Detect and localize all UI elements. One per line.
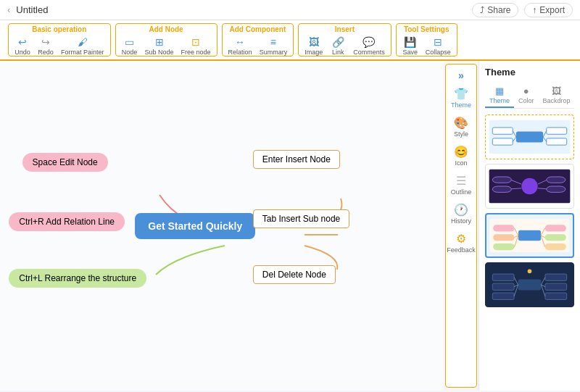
theme-panel-title: Theme: [485, 67, 574, 78]
theme-preview-3[interactable]: [485, 213, 574, 258]
tab-color[interactable]: ● Color: [514, 83, 539, 108]
svg-rect-24: [545, 243, 566, 250]
tab-backdrop[interactable]: 🖼 Backdrop: [539, 83, 575, 108]
style-icon: 🎨: [454, 116, 468, 130]
save-icon: 💾: [404, 36, 416, 48]
toolbar-group-basic: Basic operation ↩ Undo ↪ Redo 🖌 Format P…: [8, 23, 111, 57]
share-button[interactable]: ⤴ Share: [472, 3, 518, 17]
svg-rect-13: [547, 186, 566, 192]
theme-preview-2-svg: [486, 164, 573, 208]
undo-button[interactable]: ↩ Undo: [12, 36, 33, 57]
tab-backdrop-icon: 🖼: [552, 86, 561, 96]
svg-rect-41: [492, 293, 514, 299]
left-node-3[interactable]: Ctrl+L Rearrange the structure: [9, 269, 146, 288]
relation-icon: ↔: [235, 36, 245, 48]
theme-preview-2[interactable]: [485, 164, 574, 209]
svg-rect-12: [547, 177, 566, 183]
svg-rect-1: [516, 132, 543, 143]
export-button[interactable]: ↑ Export: [524, 3, 573, 17]
undo-icon: ↩: [18, 36, 27, 48]
right-node-2[interactable]: Tab Insert Sub node: [253, 209, 349, 228]
left-node-1[interactable]: Space Edit Node: [22, 153, 108, 172]
node-button[interactable]: ▭ Node: [119, 36, 141, 57]
format-painter-button[interactable]: 🖌 Format Painter: [58, 36, 107, 57]
theme-icon: 👕: [454, 87, 468, 101]
link-button[interactable]: 🔗 Link: [327, 36, 349, 57]
free-node-icon: ⊡: [191, 36, 200, 48]
svg-rect-26: [493, 234, 514, 241]
redo-button[interactable]: ↪ Redo: [35, 36, 57, 57]
add-component-label: Add Component: [225, 25, 291, 34]
page-title: Untitled: [16, 4, 472, 15]
node-icon: ▭: [125, 36, 134, 48]
mindmap: Get Started Quickly Space Edit Node Ctrl…: [0, 61, 444, 391]
basic-operation-items: ↩ Undo ↪ Redo 🖌 Format Painter: [12, 36, 107, 57]
tool-settings-items: 💾 Save ⊟ Collapse: [399, 36, 454, 57]
redo-icon: ↪: [41, 36, 50, 48]
summary-button[interactable]: ≡ Summary: [257, 36, 291, 57]
format-painter-icon: 🖌: [78, 36, 88, 48]
theme-preview-3-svg: [486, 214, 573, 257]
tab-theme[interactable]: ▦ Theme: [485, 83, 514, 108]
tab-color-icon: ●: [523, 86, 529, 96]
image-icon: 🖼: [309, 36, 319, 48]
feedback-icon: ⚙: [456, 232, 466, 246]
back-button[interactable]: ‹: [7, 4, 10, 15]
icon-bar-icon[interactable]: 😊 Icon: [446, 141, 476, 170]
toolbar: Basic operation ↩ Undo ↪ Redo 🖌 Format P…: [0, 20, 580, 61]
add-node-label: Add Node: [119, 25, 214, 34]
tool-settings-label: Tool Settings: [399, 25, 454, 34]
center-node[interactable]: Get Started Quickly: [135, 213, 255, 239]
icon-icon: 😊: [454, 145, 468, 159]
svg-rect-5: [492, 138, 513, 145]
svg-rect-37: [545, 283, 567, 290]
theme-preview-4-svg: [486, 263, 573, 306]
collapse-icon: ⊟: [434, 36, 442, 48]
svg-rect-25: [493, 225, 514, 231]
svg-rect-38: [545, 293, 567, 299]
link-icon: 🔗: [332, 36, 344, 48]
header-actions: ⤴ Share ↑ Export: [472, 3, 573, 17]
collapse-button[interactable]: ⊟ Collapse: [423, 36, 454, 57]
sub-node-icon: ⊞: [155, 36, 164, 48]
save-button[interactable]: 💾 Save: [399, 36, 421, 57]
comments-icon: 💬: [362, 36, 375, 48]
comments-button[interactable]: 💬 Comments: [350, 36, 388, 57]
tab-theme-icon: ▦: [495, 86, 504, 96]
svg-rect-14: [492, 177, 511, 183]
svg-rect-35: [518, 280, 542, 291]
svg-point-11: [521, 178, 537, 194]
history-icon: 🕐: [454, 203, 468, 217]
icon-bar-history[interactable]: 🕐 History: [446, 199, 476, 228]
theme-preview-1[interactable]: [485, 114, 574, 159]
svg-rect-4: [492, 128, 513, 134]
right-node-1[interactable]: Enter Insert Node: [253, 150, 340, 169]
right-node-3[interactable]: Del Delete Node: [253, 265, 336, 284]
icon-bar-expand-button[interactable]: »: [458, 67, 464, 83]
svg-rect-36: [545, 274, 567, 280]
add-node-items: ▭ Node ⊞ Sub Node ⊡ Free node: [119, 36, 214, 57]
theme-previews: [485, 114, 574, 307]
theme-preview-4[interactable]: [485, 262, 574, 307]
image-button[interactable]: 🖼 Image: [302, 36, 326, 57]
svg-rect-39: [492, 274, 514, 280]
outline-icon: ☰: [456, 174, 466, 188]
icon-bar-style[interactable]: 🎨 Style: [446, 112, 476, 141]
canvas[interactable]: Get Started Quickly Space Edit Node Ctrl…: [0, 61, 444, 391]
relation-button[interactable]: ↔ Relation: [225, 36, 255, 57]
svg-rect-15: [492, 186, 511, 192]
toolbar-group-insert: Insert 🖼 Image 🔗 Link 💬 Comments: [298, 23, 392, 57]
sub-node-button[interactable]: ⊞ Sub Node: [142, 36, 177, 57]
svg-rect-3: [547, 138, 567, 145]
icon-bar-feedback[interactable]: ⚙ Feedback: [446, 228, 476, 257]
free-node-button[interactable]: ⊡ Free node: [178, 36, 214, 57]
insert-label: Insert: [302, 25, 388, 34]
svg-rect-22: [545, 225, 566, 231]
icon-bar-outline[interactable]: ☰ Outline: [446, 170, 476, 199]
theme-panel: Theme ▦ Theme ● Color 🖼 Backdrop: [478, 61, 580, 391]
icon-bar-theme[interactable]: 👕 Theme: [446, 83, 476, 112]
toolbar-group-add-component: Add Component ↔ Relation ≡ Summary: [222, 23, 294, 57]
icon-bar: » 👕 Theme 🎨 Style 😊 Icon ☰ Outline 🕐 His…: [445, 64, 477, 388]
basic-operation-label: Basic operation: [12, 25, 107, 34]
left-node-2[interactable]: Ctrl+R Add Relation Line: [9, 212, 125, 231]
